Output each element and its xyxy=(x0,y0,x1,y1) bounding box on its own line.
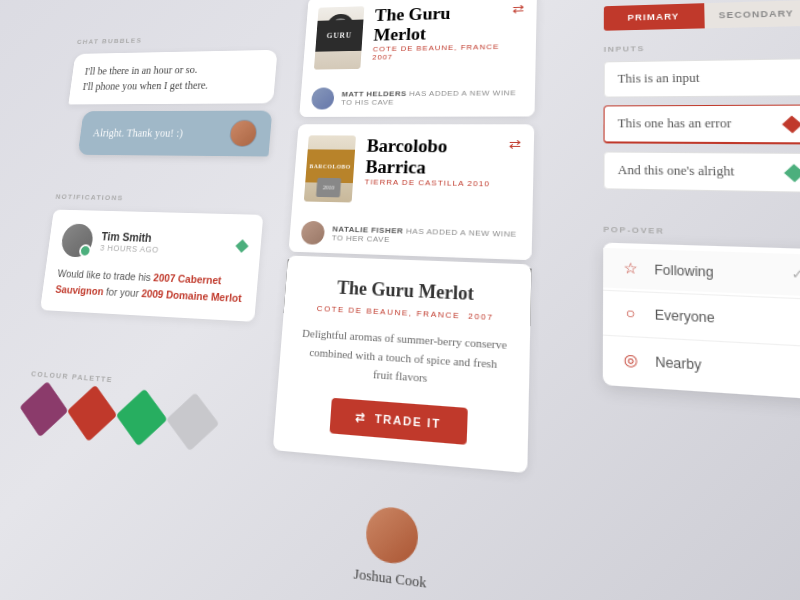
trade-icon-2[interactable]: ⇄ xyxy=(509,136,522,153)
online-indicator xyxy=(235,239,248,253)
location-icon: ◎ xyxy=(620,350,641,370)
notification-user-info: Tim Smith 3 HOURS AGO xyxy=(100,230,161,254)
input-error-value: This one has an error xyxy=(618,116,732,131)
wine-card-1-content: GURU The Guru Merlot COTE DE BEAUNE, FRA… xyxy=(302,0,537,81)
palette-panel: COLOUR PALETTE xyxy=(24,369,249,447)
chat-section-label: CHAT BUBBLES xyxy=(76,33,279,45)
wine-1-origin: COTE DE BEAUNE, FRANCE 2007 xyxy=(372,42,499,61)
input-normal-value: This is an input xyxy=(618,71,700,87)
trade-btn-label: TRADE IT xyxy=(374,412,441,430)
wine-2-origin: TIERRA DE CASTILLA 2010 xyxy=(364,178,495,189)
chat-message-1: I'll be there in an hour or so.I'll phon… xyxy=(82,64,209,93)
activity-text-2: NATALIE FISHER HAS ADDED A NEW WINE TO H… xyxy=(331,225,519,249)
gem-red xyxy=(67,385,117,442)
inputs-section-label: INPUTS xyxy=(604,41,800,54)
trade-icon-btn: ⇄ xyxy=(355,410,367,425)
notif-prefix: Would like to trade his xyxy=(57,268,154,284)
inputs-panel: PRIMARY SECONDARY INPUTS This is an inpu… xyxy=(603,0,800,202)
palette-gems xyxy=(24,388,247,448)
chat-message-2: Alright. Thank you! :) xyxy=(92,126,183,140)
notifications-section-label: NOTIFICATIONS xyxy=(55,193,265,206)
wine-detail-origin: COTE DE BEAUNE, FRANCE 2007 xyxy=(303,303,509,323)
wine-1-info: The Guru Merlot COTE DE BEAUNE, FRANCE 2… xyxy=(372,2,501,62)
chat-panel: CHAT BUBBLES I'll be there in an hour or… xyxy=(61,33,279,156)
activity-avatar-2 xyxy=(301,221,326,245)
popover-item-nearby[interactable]: ◎ Nearby xyxy=(603,338,800,394)
wine-2-year: 2010 xyxy=(467,179,490,188)
following-check-icon: ✓ xyxy=(791,266,800,283)
wine-detail-description: Delightful aromas of summer-berry conser… xyxy=(298,325,508,394)
wine-card-2-content: BARCOLOBO 2010 Barcolobo Barrica TIERRA … xyxy=(292,124,535,218)
secondary-button[interactable]: SECONDARY xyxy=(704,0,800,28)
notification-time: 3 HOURS AGO xyxy=(100,243,160,255)
activity-user-1: MATT HELDERS HAS ADDED A NEW WINE TO HIS… xyxy=(299,78,535,117)
input-normal[interactable]: This is an input xyxy=(604,58,800,97)
user-detail: Joshua Cook xyxy=(263,495,526,600)
chat-avatar xyxy=(229,120,258,147)
wine-card-1: GURU The Guru Merlot COTE DE BEAUNE, FRA… xyxy=(299,0,537,117)
input-error[interactable]: This one has an error xyxy=(603,105,800,145)
notif-mid: for your xyxy=(103,285,142,298)
star-icon: ☆ xyxy=(620,259,641,278)
popover-item-following[interactable]: ☆ Following ✓ xyxy=(603,248,800,297)
scene: CHAT BUBBLES I'll be there in an hour or… xyxy=(0,0,800,600)
wine-1-year: 2007 xyxy=(372,53,393,62)
wine-bottle-1: GURU xyxy=(314,6,364,69)
gem-purple xyxy=(19,381,68,437)
wine-1-name: The Guru Merlot xyxy=(373,2,501,45)
notifications-panel: NOTIFICATIONS Tim Smith 3 HOURS AGO Woul… xyxy=(40,193,265,322)
chat-bubble-reply: Alright. Thank you! :) xyxy=(78,111,273,157)
wine-year-stamp: 2010 xyxy=(316,178,341,198)
wine-2-info: Barcolobo Barrica TIERRA DE CASTILLA 201… xyxy=(364,136,496,189)
notif-wine2: 2009 Domaine Merlot xyxy=(141,287,242,304)
popover-section-label: POP-OVER xyxy=(603,225,800,241)
notification-text: Would like to trade his 2007 Cabernet Sa… xyxy=(55,266,245,306)
following-label: Following xyxy=(654,262,714,280)
activity-text-1: MATT HELDERS HAS ADDED A NEW WINE TO HIS… xyxy=(341,88,523,106)
activity-avatar-1 xyxy=(311,87,335,109)
notification-avatar xyxy=(60,223,95,257)
wine-bottle-2: BARCOLOBO 2010 xyxy=(304,135,356,202)
button-group: PRIMARY SECONDARY xyxy=(604,0,800,31)
activity-user-2: NATALIE FISHER HAS ADDED A NEW WINE TO H… xyxy=(288,213,532,261)
popover-panel: POP-OVER ☆ Following ✓ ○ Everyone ◎ Near… xyxy=(603,225,800,400)
popover-card: ☆ Following ✓ ○ Everyone ◎ Nearby xyxy=(603,243,800,400)
nearby-label: Nearby xyxy=(655,354,701,373)
gem-gray xyxy=(166,392,219,451)
wine-2-name: Barcolobo Barrica xyxy=(365,136,497,180)
wine-card-2: BARCOLOBO 2010 Barcolobo Barrica TIERRA … xyxy=(288,124,534,260)
input-success-value: And this one's alright xyxy=(618,163,735,180)
popover-divider-2 xyxy=(603,335,800,348)
person-icon: ○ xyxy=(620,305,641,324)
input-success[interactable]: And this one's alright xyxy=(603,151,800,192)
trade-icon-1[interactable]: ⇄ xyxy=(512,1,524,17)
success-icon xyxy=(784,164,800,182)
gem-green xyxy=(116,388,168,446)
primary-button[interactable]: PRIMARY xyxy=(604,3,704,31)
error-icon xyxy=(782,115,800,133)
popover-divider-1 xyxy=(603,290,800,301)
notification-card: Tim Smith 3 HOURS AGO Would like to trad… xyxy=(40,210,263,322)
notification-header: Tim Smith 3 HOURS AGO xyxy=(60,223,248,263)
chat-bubble-sent: I'll be there in an hour or so.I'll phon… xyxy=(68,50,277,105)
trade-it-button[interactable]: ⇄ TRADE IT xyxy=(330,398,468,445)
avatar-face xyxy=(230,121,257,147)
wine-label-text: GURU xyxy=(315,20,363,52)
everyone-label: Everyone xyxy=(655,307,715,326)
user-avatar xyxy=(365,505,419,566)
